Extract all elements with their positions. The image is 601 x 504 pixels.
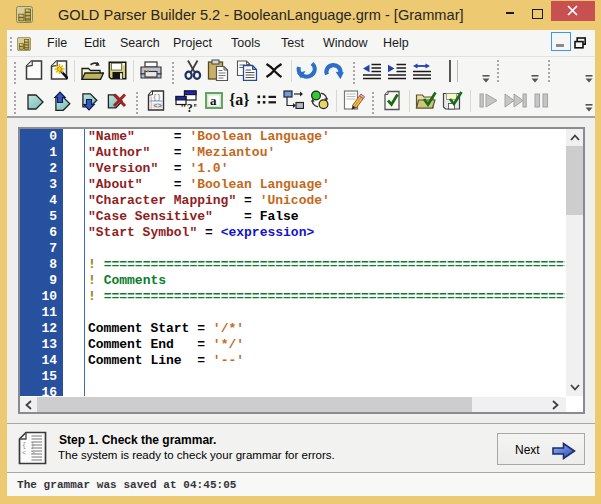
svg-text:"?": "?": [180, 101, 197, 112]
svg-text:a: a: [210, 93, 217, 108]
svg-text:<>: <>: [154, 102, 162, 110]
svg-text:{a}: {a}: [229, 91, 250, 108]
svg-text:{}: {}: [153, 94, 161, 101]
svg-text:< >: < >: [22, 449, 35, 457]
svg-text:{ }: { }: [22, 441, 35, 449]
